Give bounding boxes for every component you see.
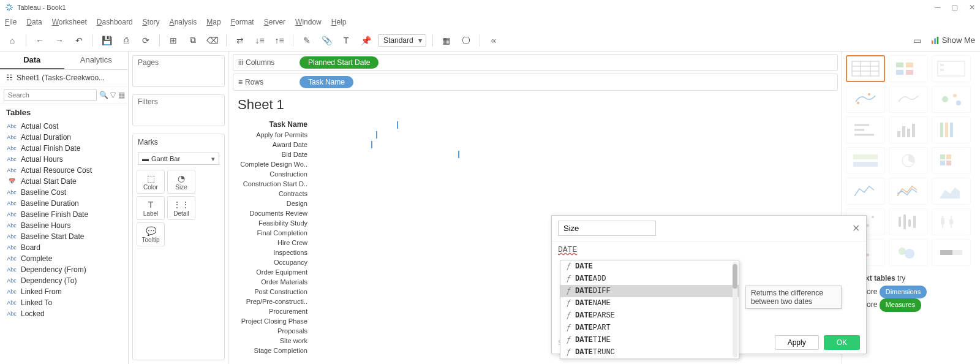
datasource-row[interactable]: ☷ Sheet1 (Tasks-Creekwoo... — [0, 70, 128, 86]
pages-shelf[interactable]: Pages — [133, 56, 224, 69]
autocomplete-item[interactable]: ƒ DATEADD — [560, 273, 739, 285]
autocomplete-item[interactable]: ƒ DATE — [560, 260, 739, 273]
table-view-icon[interactable]: ▦ — [118, 91, 125, 99]
menu-map[interactable]: Map — [206, 18, 221, 26]
menu-file[interactable]: File — [5, 18, 17, 26]
gantt-mark[interactable] — [458, 151, 459, 158]
marks-tooltip[interactable]: 💬Tooltip — [137, 222, 165, 246]
share-icon[interactable]: ∝ — [486, 33, 501, 48]
refresh-icon[interactable]: ⟳ — [138, 33, 153, 48]
duplicate-icon[interactable]: ⧉ — [186, 33, 200, 48]
row-header[interactable]: Feasibility Study — [258, 218, 307, 228]
field-row[interactable]: AbcBaseline Start Date — [0, 231, 128, 242]
field-row[interactable]: AbcLocked — [0, 308, 128, 319]
sort-asc-icon[interactable]: ↓≡ — [252, 33, 267, 48]
text-icon[interactable]: T — [339, 33, 353, 48]
new-data-icon[interactable]: ⎙ — [119, 33, 134, 48]
showme-tile[interactable] — [846, 86, 885, 113]
field-row[interactable]: AbcActual Cost — [0, 121, 128, 132]
marks-label[interactable]: TLabel — [137, 196, 165, 220]
marks-detail[interactable]: ⋮⋮Detail — [167, 196, 195, 220]
field-row[interactable]: AbcActual Duration — [0, 132, 128, 143]
guide-icon[interactable]: ▭ — [910, 33, 925, 48]
autocomplete-item[interactable]: ƒ DATENAME — [560, 297, 739, 309]
autocomplete-item[interactable]: ƒ DATETRUNC — [560, 346, 739, 358]
field-row[interactable]: AbcBaseline Cost — [0, 187, 128, 198]
menu-data[interactable]: Data — [26, 18, 42, 26]
home-icon[interactable]: ⌂ — [5, 33, 20, 48]
field-row[interactable]: 📅Actual Start Date — [0, 176, 128, 187]
field-row[interactable]: AbcBoard — [0, 242, 128, 253]
pin-icon[interactable]: 📌 — [358, 33, 373, 48]
row-header[interactable]: Bid Date — [282, 150, 307, 159]
row-header[interactable]: Complete Design Wo.. — [240, 159, 307, 169]
field-row[interactable]: AbcComplete — [0, 253, 128, 264]
ok-button[interactable]: OK — [824, 335, 860, 350]
field-row[interactable]: AbcLinked From — [0, 286, 128, 297]
autocomplete-item[interactable]: ƒ DATEDIFF — [560, 285, 739, 297]
close-icon[interactable]: ✕ — [969, 3, 975, 12]
showme-tile[interactable] — [846, 55, 885, 82]
showme-tile[interactable] — [889, 116, 928, 143]
menu-help[interactable]: Help — [331, 18, 347, 26]
search-input[interactable] — [4, 89, 97, 101]
showme-tile[interactable] — [932, 208, 971, 235]
rows-shelf[interactable]: ≡Rows Task Name — [233, 74, 838, 91]
showme-tile[interactable] — [846, 147, 885, 174]
showme-tile[interactable] — [932, 178, 971, 205]
tab-data[interactable]: Data — [0, 51, 64, 69]
menu-story[interactable]: Story — [143, 18, 160, 26]
clear-sheet-icon[interactable]: ⌫ — [205, 33, 220, 48]
row-header[interactable]: Site work — [280, 336, 307, 346]
field-row[interactable]: AbcActual Resource Cost — [0, 165, 128, 176]
attach-icon[interactable]: 📎 — [319, 33, 334, 48]
cards-icon[interactable]: ▦ — [439, 33, 454, 48]
search-icon[interactable]: 🔍 — [99, 91, 108, 99]
showme-tile[interactable] — [889, 208, 928, 235]
showme-tile[interactable] — [889, 86, 928, 113]
save-icon[interactable]: 💾 — [99, 33, 114, 48]
maximize-icon[interactable]: ▢ — [951, 3, 958, 12]
scrollbar[interactable] — [733, 262, 737, 357]
apply-button[interactable]: Apply — [775, 335, 819, 350]
menu-server[interactable]: Server — [264, 18, 285, 26]
field-row[interactable]: AbcBaseline Finish Date — [0, 209, 128, 220]
row-header[interactable]: Procurement — [269, 306, 307, 316]
filters-shelf[interactable]: Filters — [133, 95, 224, 108]
menu-analysis[interactable]: Analysis — [170, 18, 197, 26]
filter-icon[interactable]: ▽ — [110, 91, 116, 99]
row-header[interactable]: Stage Completion — [254, 346, 307, 355]
columns-pill[interactable]: Planned Start Date — [300, 56, 379, 69]
row-header[interactable]: Construction — [270, 169, 307, 179]
columns-shelf[interactable]: iiiColumns Planned Start Date — [233, 54, 838, 71]
new-sheet-icon[interactable]: ⊞ — [166, 33, 181, 48]
showme-tile[interactable] — [932, 239, 971, 266]
tab-analytics[interactable]: Analytics — [64, 51, 129, 69]
presentation-icon[interactable]: 🖵 — [459, 33, 473, 48]
field-row[interactable]: AbcActual Finish Date — [0, 143, 128, 154]
fit-select[interactable]: Standard — [378, 34, 426, 47]
autocomplete-item[interactable]: ƒ DATEPART — [560, 322, 739, 334]
row-header[interactable]: Award Date — [273, 140, 307, 150]
showme-tile[interactable] — [932, 55, 971, 82]
showme-tile[interactable] — [889, 178, 928, 205]
field-row[interactable]: AbcLinked To — [0, 297, 128, 308]
show-me-button[interactable]: Show Me — [931, 36, 975, 45]
forward-icon[interactable]: → — [52, 33, 67, 48]
row-header[interactable]: Apply for Permits — [256, 130, 307, 140]
row-header[interactable]: Construction Start D.. — [243, 179, 307, 189]
field-row[interactable]: AbcDependency (From) — [0, 264, 128, 275]
minimize-icon[interactable]: ─ — [935, 3, 940, 12]
row-header[interactable]: Occupancy — [274, 257, 307, 267]
sheet-title[interactable]: Sheet 1 — [229, 91, 842, 119]
row-header[interactable]: Proposals — [277, 326, 307, 336]
field-row[interactable]: AbcActual Hours — [0, 154, 128, 165]
row-header[interactable]: Order Equipment — [256, 267, 307, 277]
showme-tile[interactable] — [846, 178, 885, 205]
dialog-close-icon[interactable]: ✕ — [852, 222, 860, 234]
gantt-mark[interactable] — [371, 141, 372, 148]
marks-color[interactable]: ⬚Color — [137, 170, 165, 194]
gantt-mark[interactable] — [397, 121, 398, 129]
showme-tile[interactable] — [932, 86, 971, 113]
row-header[interactable]: Design — [287, 199, 307, 208]
